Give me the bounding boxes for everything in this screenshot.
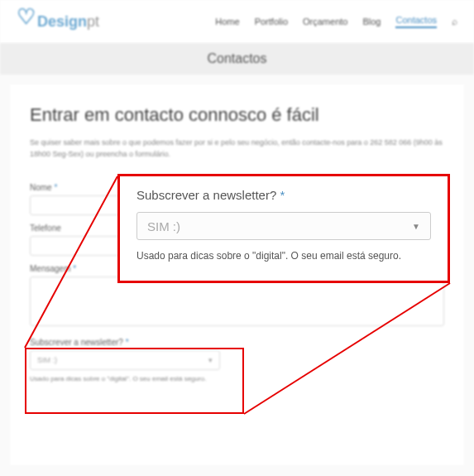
nav-blog[interactable]: Blog [362, 17, 381, 26]
select-newsletter-zoom[interactable]: SIM :) ▼ [136, 212, 431, 240]
select-newsletter-small[interactable]: SIM :) ▾ [30, 350, 220, 370]
textarea-mensagem[interactable] [30, 276, 444, 326]
label-newsletter-small: Subscrever a newsletter? * [30, 338, 444, 347]
nav-orcamento[interactable]: Orçamento [303, 17, 347, 26]
top-nav: ♡ Designpt Home Portfolio Orçamento Blog… [0, 0, 474, 43]
page-title-bar: Contactos [0, 43, 474, 75]
newsletter-section: Subscrever a newsletter? * SIM :) ▾ Usad… [30, 338, 444, 382]
nav-links: Home Portfolio Orçamento Blog Contactos … [215, 15, 457, 28]
label-newsletter-zoom: Subscrever a newsletter? * [136, 188, 431, 202]
chevron-down-icon: ▼ [412, 222, 420, 231]
hint-newsletter-small: Usado para dicas sobre o "digital". O se… [30, 375, 444, 382]
logo-design-text: Design [37, 13, 87, 31]
page-description: Se quiser saber mais sobre o que podemos… [30, 137, 444, 160]
page-heading: Entrar em contacto connosco é fácil [30, 104, 444, 126]
nav-contactos[interactable]: Contactos [395, 15, 437, 28]
logo[interactable]: ♡ Designpt [17, 13, 99, 31]
hint-newsletter-zoom: Usado para dicas sobre o "digital". O se… [136, 250, 431, 262]
highlight-zoom-box: Subscrever a newsletter? * SIM :) ▼ Usad… [117, 174, 450, 283]
heart-icon: ♡ [17, 12, 36, 22]
search-icon[interactable]: ⌕ [452, 16, 457, 27]
chevron-down-icon: ▾ [208, 356, 213, 364]
logo-pt-text: pt [87, 13, 99, 31]
nav-portfolio[interactable]: Portfolio [255, 17, 288, 26]
nav-home[interactable]: Home [215, 17, 239, 26]
